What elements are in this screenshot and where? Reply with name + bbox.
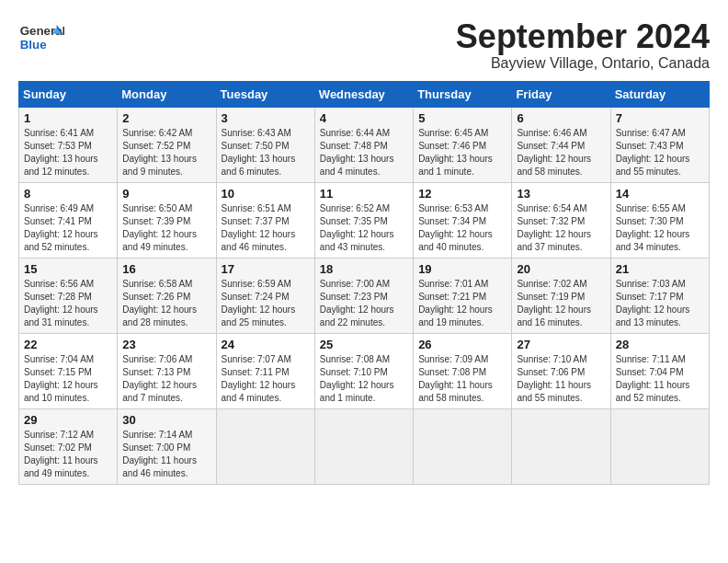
calendar-table: SundayMondayTuesdayWednesdayThursdayFrid… [18, 81, 710, 485]
calendar-cell: 13Sunrise: 6:54 AMSunset: 7:32 PMDayligh… [512, 182, 610, 258]
day-info: Sunrise: 6:44 AMSunset: 7:48 PMDaylight:… [320, 127, 408, 178]
calendar-cell: 18Sunrise: 7:00 AMSunset: 7:23 PMDayligh… [314, 258, 413, 333]
day-info: Sunrise: 6:41 AMSunset: 7:53 PMDaylight:… [24, 127, 112, 178]
location-title: Bayview Village, Ontario, Canada [456, 55, 710, 72]
day-info: Sunrise: 6:47 AMSunset: 7:43 PMDaylight:… [616, 127, 704, 178]
day-number: 15 [24, 262, 112, 276]
day-info: Sunrise: 7:04 AMSunset: 7:15 PMDaylight:… [24, 353, 112, 405]
day-info: Sunrise: 7:02 AMSunset: 7:19 PMDaylight:… [517, 278, 605, 329]
calendar-cell: 22Sunrise: 7:04 AMSunset: 7:15 PMDayligh… [19, 333, 118, 408]
day-info: Sunrise: 6:58 AMSunset: 7:26 PMDaylight:… [122, 278, 210, 329]
logo: General Blue [18, 18, 68, 55]
calendar-cell [512, 408, 610, 484]
day-info: Sunrise: 6:43 AMSunset: 7:50 PMDaylight:… [222, 127, 310, 178]
calendar-cell: 11Sunrise: 6:52 AMSunset: 7:35 PMDayligh… [314, 182, 413, 258]
calendar-week-row: 8Sunrise: 6:49 AMSunset: 7:41 PMDaylight… [19, 182, 710, 258]
calendar-cell: 15Sunrise: 6:56 AMSunset: 7:28 PMDayligh… [19, 258, 118, 333]
day-number: 13 [517, 187, 605, 201]
logo-icon: General Blue [18, 18, 64, 55]
calendar-cell: 21Sunrise: 7:03 AMSunset: 7:17 PMDayligh… [610, 258, 709, 333]
calendar-week-row: 1Sunrise: 6:41 AMSunset: 7:53 PMDaylight… [19, 107, 710, 182]
calendar-cell: 9Sunrise: 6:50 AMSunset: 7:39 PMDaylight… [118, 182, 216, 258]
day-number: 28 [616, 338, 704, 351]
day-info: Sunrise: 7:07 AMSunset: 7:11 PMDaylight:… [222, 353, 310, 405]
calendar-cell: 14Sunrise: 6:55 AMSunset: 7:30 PMDayligh… [610, 182, 709, 258]
day-info: Sunrise: 7:06 AMSunset: 7:13 PMDaylight:… [122, 353, 210, 405]
day-info: Sunrise: 6:56 AMSunset: 7:28 PMDaylight:… [24, 278, 112, 329]
day-number: 10 [222, 187, 310, 201]
calendar-header-wednesday: Wednesday [314, 81, 413, 107]
calendar-header-row: SundayMondayTuesdayWednesdayThursdayFrid… [19, 81, 710, 107]
day-number: 19 [418, 262, 506, 276]
calendar-cell: 5Sunrise: 6:45 AMSunset: 7:46 PMDaylight… [414, 107, 512, 182]
calendar-cell: 4Sunrise: 6:44 AMSunset: 7:48 PMDaylight… [314, 107, 413, 182]
header: General Blue September 2024 Bayview Vill… [18, 18, 710, 72]
calendar-cell [216, 408, 314, 484]
day-number: 16 [122, 262, 210, 276]
calendar-cell: 8Sunrise: 6:49 AMSunset: 7:41 PMDaylight… [19, 182, 118, 258]
calendar-cell: 19Sunrise: 7:01 AMSunset: 7:21 PMDayligh… [414, 258, 512, 333]
calendar-week-row: 15Sunrise: 6:56 AMSunset: 7:28 PMDayligh… [19, 258, 710, 333]
calendar-cell: 24Sunrise: 7:07 AMSunset: 7:11 PMDayligh… [216, 333, 314, 408]
day-number: 11 [320, 187, 408, 201]
calendar-cell: 26Sunrise: 7:09 AMSunset: 7:08 PMDayligh… [414, 333, 512, 408]
calendar-header-sunday: Sunday [19, 81, 118, 107]
day-number: 9 [122, 187, 210, 201]
day-info: Sunrise: 7:12 AMSunset: 7:02 PMDaylight:… [24, 429, 112, 480]
calendar-cell: 2Sunrise: 6:42 AMSunset: 7:52 PMDaylight… [118, 107, 216, 182]
calendar-cell [610, 408, 709, 484]
day-info: Sunrise: 6:49 AMSunset: 7:41 PMDaylight:… [24, 202, 112, 254]
calendar-cell [414, 408, 512, 484]
day-number: 12 [418, 187, 506, 201]
calendar-week-row: 29Sunrise: 7:12 AMSunset: 7:02 PMDayligh… [19, 408, 710, 484]
day-info: Sunrise: 6:52 AMSunset: 7:35 PMDaylight:… [320, 202, 408, 254]
calendar-cell: 7Sunrise: 6:47 AMSunset: 7:43 PMDaylight… [610, 107, 709, 182]
day-number: 29 [24, 413, 112, 427]
day-number: 4 [320, 111, 408, 125]
calendar-cell: 12Sunrise: 6:53 AMSunset: 7:34 PMDayligh… [414, 182, 512, 258]
calendar-cell: 25Sunrise: 7:08 AMSunset: 7:10 PMDayligh… [314, 333, 413, 408]
calendar-header-saturday: Saturday [610, 81, 709, 107]
day-info: Sunrise: 7:01 AMSunset: 7:21 PMDaylight:… [418, 278, 506, 329]
calendar-cell: 6Sunrise: 6:46 AMSunset: 7:44 PMDaylight… [512, 107, 610, 182]
day-number: 30 [122, 413, 210, 427]
day-number: 2 [122, 111, 210, 125]
day-number: 17 [222, 262, 310, 276]
day-info: Sunrise: 7:08 AMSunset: 7:10 PMDaylight:… [320, 353, 408, 405]
calendar-cell: 23Sunrise: 7:06 AMSunset: 7:13 PMDayligh… [118, 333, 216, 408]
day-info: Sunrise: 6:54 AMSunset: 7:32 PMDaylight:… [517, 202, 605, 254]
day-info: Sunrise: 7:00 AMSunset: 7:23 PMDaylight:… [320, 278, 408, 329]
calendar-header-monday: Monday [118, 81, 216, 107]
calendar-header-friday: Friday [512, 81, 610, 107]
day-number: 14 [616, 187, 704, 201]
day-number: 26 [418, 338, 506, 351]
calendar-cell: 30Sunrise: 7:14 AMSunset: 7:00 PMDayligh… [118, 408, 216, 484]
day-number: 24 [222, 338, 310, 351]
day-info: Sunrise: 6:45 AMSunset: 7:46 PMDaylight:… [418, 127, 506, 178]
day-info: Sunrise: 7:14 AMSunset: 7:00 PMDaylight:… [122, 429, 210, 480]
day-info: Sunrise: 6:51 AMSunset: 7:37 PMDaylight:… [222, 202, 310, 254]
svg-text:Blue: Blue [20, 38, 47, 52]
day-number: 18 [320, 262, 408, 276]
day-number: 3 [222, 111, 310, 125]
calendar-cell: 10Sunrise: 6:51 AMSunset: 7:37 PMDayligh… [216, 182, 314, 258]
day-info: Sunrise: 7:10 AMSunset: 7:06 PMDaylight:… [517, 353, 605, 405]
calendar-cell: 28Sunrise: 7:11 AMSunset: 7:04 PMDayligh… [610, 333, 709, 408]
calendar-cell: 20Sunrise: 7:02 AMSunset: 7:19 PMDayligh… [512, 258, 610, 333]
day-number: 27 [517, 338, 605, 351]
month-title: September 2024 [456, 18, 710, 55]
day-info: Sunrise: 7:03 AMSunset: 7:17 PMDaylight:… [616, 278, 704, 329]
day-number: 22 [24, 338, 112, 351]
day-info: Sunrise: 7:09 AMSunset: 7:08 PMDaylight:… [418, 353, 506, 405]
day-info: Sunrise: 6:42 AMSunset: 7:52 PMDaylight:… [122, 127, 210, 178]
day-info: Sunrise: 6:53 AMSunset: 7:34 PMDaylight:… [418, 202, 506, 254]
title-area: September 2024 Bayview Village, Ontario,… [456, 18, 710, 72]
day-info: Sunrise: 6:55 AMSunset: 7:30 PMDaylight:… [616, 202, 704, 254]
day-number: 8 [24, 187, 112, 201]
day-number: 1 [24, 111, 112, 125]
calendar-cell: 27Sunrise: 7:10 AMSunset: 7:06 PMDayligh… [512, 333, 610, 408]
calendar-cell: 3Sunrise: 6:43 AMSunset: 7:50 PMDaylight… [216, 107, 314, 182]
day-number: 5 [418, 111, 506, 125]
day-number: 25 [320, 338, 408, 351]
day-number: 20 [517, 262, 605, 276]
